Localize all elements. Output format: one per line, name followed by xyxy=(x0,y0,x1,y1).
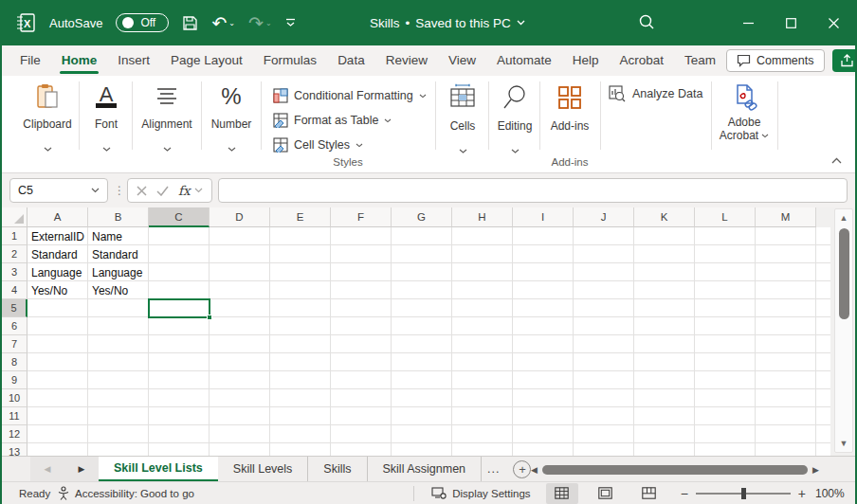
sheet-tab-skills[interactable]: Skills xyxy=(308,457,367,481)
new-sheet-button[interactable]: + xyxy=(513,460,531,478)
ribbon-tab-file[interactable]: File xyxy=(9,46,51,76)
row-header-5[interactable]: 5 xyxy=(2,299,27,317)
column-header-a[interactable]: A xyxy=(27,207,88,227)
autosave-toggle[interactable]: Off xyxy=(116,13,169,32)
column-header-h[interactable]: H xyxy=(452,207,513,227)
select-all-button[interactable] xyxy=(2,207,27,227)
ribbon-tab-review[interactable]: Review xyxy=(375,46,438,76)
sheet-tab-skill-levels[interactable]: Skill Levels xyxy=(218,457,309,481)
formula-input[interactable] xyxy=(218,178,848,203)
row-header-11[interactable]: 11 xyxy=(2,407,27,425)
ribbon-tab-team[interactable]: Team xyxy=(674,46,726,76)
ribbon-tab-automate[interactable]: Automate xyxy=(486,46,562,76)
analyze-data-button[interactable]: Analyze Data xyxy=(609,85,702,102)
page-layout-view-button[interactable] xyxy=(590,483,622,504)
normal-view-icon xyxy=(555,487,569,499)
font-group-button[interactable]: A Font xyxy=(82,81,130,155)
accessibility-status[interactable]: Accessibility: Good to go xyxy=(57,486,194,500)
sheet-tab-active[interactable]: Skill Level Lists xyxy=(99,457,218,481)
column-header-b[interactable]: B xyxy=(88,207,149,227)
row-header-7[interactable]: 7 xyxy=(2,335,27,353)
clipboard-group-button[interactable]: Clipboard xyxy=(21,81,74,155)
row-header-1[interactable]: 1 xyxy=(2,227,27,245)
column-header-k[interactable]: K xyxy=(634,207,695,227)
row-header-9[interactable]: 9 xyxy=(2,371,27,389)
scroll-down-arrow-icon[interactable]: ▼ xyxy=(835,439,852,448)
row-header-8[interactable]: 8 xyxy=(2,353,27,371)
ribbon-tab-data[interactable]: Data xyxy=(327,46,375,76)
fill-handle[interactable] xyxy=(207,315,212,320)
row-header-2[interactable]: 2 xyxy=(2,245,27,263)
vertical-scrollbar[interactable]: ▲ ▼ xyxy=(834,208,853,453)
redo-button[interactable]: ↷⌄ xyxy=(248,12,272,34)
row-header-12[interactable]: 12 xyxy=(2,425,27,443)
formula-bar-resize-handle[interactable]: ⋮ xyxy=(114,189,121,192)
row-header-13[interactable]: 13 xyxy=(2,443,27,456)
ribbon-tab-page-layout[interactable]: Page Layout xyxy=(160,46,253,76)
zoom-out-button[interactable]: − xyxy=(681,486,688,501)
add-ins-button[interactable]: Add-ins xyxy=(542,81,597,133)
undo-button[interactable]: ↶⌄ xyxy=(211,12,235,34)
ribbon-tab-help[interactable]: Help xyxy=(562,46,610,76)
save-button[interactable] xyxy=(182,15,198,31)
column-header-j[interactable]: J xyxy=(574,207,634,227)
row-header-10[interactable]: 10 xyxy=(2,389,27,407)
conditional-formatting-button[interactable]: Conditional Formatting xyxy=(273,83,427,108)
scroll-left-arrow-icon[interactable]: ◀ xyxy=(531,465,538,475)
share-button[interactable] xyxy=(832,49,857,72)
insert-function-button[interactable]: fx xyxy=(178,183,203,198)
row-header-3[interactable]: 3 xyxy=(2,263,27,281)
enter-button[interactable] xyxy=(156,186,169,196)
display-settings-button[interactable]: Display Settings xyxy=(422,487,539,499)
next-sheet-arrow-icon[interactable]: ▶ xyxy=(79,464,85,474)
scroll-right-arrow-icon[interactable]: ▶ xyxy=(812,465,819,475)
row-header-4[interactable]: 4 xyxy=(2,281,27,299)
zoom-slider[interactable] xyxy=(696,493,791,495)
column-header-l[interactable]: L xyxy=(695,207,756,227)
alignment-group-button[interactable]: Alignment xyxy=(136,81,198,155)
sheet-tab-skill-assignmen[interactable]: Skill Assignmen xyxy=(368,457,483,481)
ribbon-tab-insert[interactable]: Insert xyxy=(107,46,160,76)
column-header-m[interactable]: M xyxy=(756,207,816,227)
cells-canvas[interactable] xyxy=(27,227,830,456)
minimize-button[interactable] xyxy=(727,0,770,45)
editing-group-button[interactable]: Editing xyxy=(491,81,538,157)
zoom-level[interactable]: 100% xyxy=(815,487,855,500)
prev-sheet-arrow-icon[interactable]: ◀ xyxy=(45,464,51,474)
column-header-i[interactable]: I xyxy=(513,207,574,227)
zoom-slider-thumb[interactable] xyxy=(741,488,746,499)
document-title[interactable]: Skills • Saved to this PC xyxy=(370,0,525,45)
cancel-button[interactable] xyxy=(137,186,147,196)
number-group-button[interactable]: % Number xyxy=(205,81,258,155)
ribbon-tab-home[interactable]: Home xyxy=(51,46,108,76)
column-header-c[interactable]: C xyxy=(149,207,210,227)
page-break-view-button[interactable] xyxy=(633,483,666,504)
comments-button[interactable]: Comments xyxy=(726,49,824,72)
ribbon-tab-view[interactable]: View xyxy=(438,46,486,76)
column-header-f[interactable]: F xyxy=(331,207,392,227)
more-commands-button[interactable] xyxy=(285,18,296,27)
column-header-d[interactable]: D xyxy=(210,207,270,227)
search-button[interactable] xyxy=(631,8,662,38)
format-as-table-button[interactable]: Format as Table xyxy=(273,108,427,133)
sheet-tab-overflow-ellipsis[interactable]: ... xyxy=(482,457,505,481)
name-box[interactable]: C5 xyxy=(9,178,108,203)
ribbon-tab-acrobat[interactable]: Acrobat xyxy=(610,46,675,76)
scroll-up-arrow-icon[interactable]: ▲ xyxy=(835,213,852,223)
close-button[interactable] xyxy=(812,0,855,45)
zoom-in-button[interactable]: + xyxy=(798,486,806,501)
ribbon-tab-formulas[interactable]: Formulas xyxy=(253,46,327,76)
adobe-acrobat-button[interactable]: Adobe Acrobat xyxy=(715,81,774,142)
normal-view-button[interactable] xyxy=(546,483,578,504)
column-header-e[interactable]: E xyxy=(270,207,331,227)
row-header-6[interactable]: 6 xyxy=(2,317,27,335)
maximize-button[interactable] xyxy=(770,0,812,45)
horizontal-scrollbar[interactable]: ◀ ▶ xyxy=(531,463,844,476)
selected-cell-outline[interactable] xyxy=(148,298,210,318)
cells-group-button[interactable]: Cells xyxy=(439,81,486,157)
cell-styles-button[interactable]: Cell Styles xyxy=(273,133,427,157)
vertical-scroll-thumb[interactable] xyxy=(839,228,849,319)
horizontal-scroll-thumb[interactable] xyxy=(542,465,808,475)
column-header-g[interactable]: G xyxy=(392,207,452,227)
collapse-ribbon-button[interactable] xyxy=(831,153,842,167)
